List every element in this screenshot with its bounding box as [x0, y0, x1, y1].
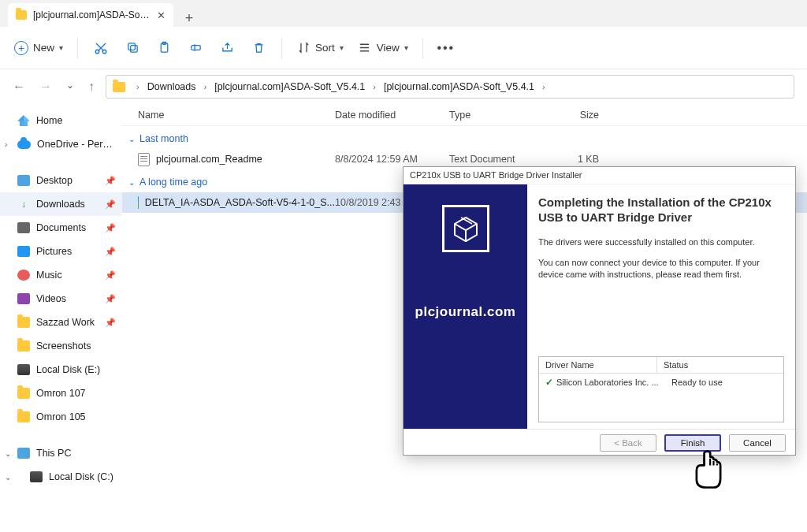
cut-button[interactable]: [92, 41, 110, 55]
svg-rect-2: [130, 46, 137, 52]
pic-icon: [17, 246, 30, 257]
sidebar-item[interactable]: ›OneDrive - Personal: [0, 132, 122, 156]
breadcrumb-segment[interactable]: [plcjournal.com]ASDA-Soft_V5.4.1: [384, 81, 534, 92]
chevron-right-icon: ⌄: [5, 449, 11, 458]
col-date[interactable]: Date modified: [335, 110, 449, 121]
file-name: DELTA_IA-ASDA_ASDA-Soft-V5-4-1-0_S...: [145, 197, 335, 208]
sidebar-label: Sazzad Work: [36, 317, 95, 328]
sidebar-label: Local Disk (C:): [49, 471, 113, 482]
sort-button[interactable]: Sort ▾: [296, 41, 344, 55]
pin-icon: 📌: [105, 223, 116, 233]
drive-icon: [30, 471, 43, 482]
check-icon: ✓: [545, 377, 553, 388]
dl-icon: ↓: [17, 199, 30, 210]
share-icon: [220, 41, 234, 55]
sidebar-item[interactable]: Home: [0, 109, 122, 132]
file-date: 8/8/2024 12:59 AM: [335, 154, 449, 165]
driver-name-cell: Silicon Laboratories Inc. ...: [556, 378, 668, 387]
sidebar-label: Pictures: [36, 246, 72, 257]
txt-file-icon: [138, 153, 150, 166]
sidebar-item[interactable]: Local Disk (E:): [0, 358, 122, 381]
folder-icon: [17, 388, 30, 399]
plus-circle-icon: +: [14, 41, 28, 55]
dialog-sidebar: plcjournal.com: [404, 184, 527, 429]
copy-button[interactable]: [124, 41, 141, 55]
breadcrumb-segment[interactable]: Downloads: [147, 81, 196, 92]
view-button[interactable]: View ▾: [358, 41, 408, 55]
sidebar-item[interactable]: ⌄Local Disk (C:): [0, 465, 122, 489]
chevron-right-icon: ›: [370, 82, 379, 91]
col-type[interactable]: Type: [449, 110, 544, 121]
sidebar-item[interactable]: Omron 105: [0, 405, 122, 429]
delete-button[interactable]: [250, 41, 267, 55]
breadcrumb[interactable]: › Downloads › [plcjournal.com]ASDA-Soft_…: [106, 75, 794, 99]
new-button[interactable]: + New ▾: [14, 41, 63, 55]
rename-icon: [188, 41, 203, 55]
sidebar-item[interactable]: Omron 107: [0, 381, 122, 405]
cloud-icon: [17, 140, 31, 149]
clipboard-icon: [157, 41, 171, 55]
paste-button[interactable]: [155, 41, 173, 55]
sidebar-item[interactable]: Pictures📌: [0, 240, 122, 263]
view-label: View: [377, 42, 400, 54]
installer-icon: [442, 205, 489, 252]
breadcrumb-segment[interactable]: [plcjournal.com]ASDA-Soft_V5.4.1: [214, 81, 365, 92]
cancel-button[interactable]: Cancel: [729, 434, 786, 452]
dialog-buttons: < Back Finish Cancel: [404, 429, 795, 456]
folder-icon: [17, 340, 30, 352]
tab-title: [plcjournal.com]ASDA-Soft_V5: [33, 9, 151, 20]
svg-rect-3: [128, 43, 135, 50]
sidebar-label: Home: [36, 115, 62, 126]
installer-dialog: CP210x USB to UART Bridge Driver Install…: [403, 166, 796, 456]
sidebar-label: Screenshots: [36, 340, 91, 352]
up-button[interactable]: ↑: [88, 80, 95, 94]
sort-icon: [296, 41, 311, 55]
folder-icon: [17, 317, 30, 328]
new-tab-button[interactable]: +: [173, 10, 205, 27]
pin-icon: 📌: [105, 199, 116, 210]
sidebar-item[interactable]: Music📌: [0, 263, 122, 287]
chevron-down-icon: ▾: [404, 43, 408, 52]
sidebar-item[interactable]: Documents📌: [0, 216, 122, 240]
file-size: 1 KB: [544, 154, 599, 165]
dialog-body: plcjournal.com Completing the Installati…: [404, 184, 795, 429]
driver-col-status: Status: [657, 357, 694, 373]
chevron-down-icon: ⌄: [128, 135, 135, 143]
folder-icon: [16, 10, 27, 20]
finish-button[interactable]: Finish: [664, 434, 721, 452]
history-dropdown[interactable]: ⌄: [66, 80, 74, 94]
dialog-text-1: The drivers were successfully installed …: [538, 236, 784, 248]
pin-icon: 📌: [105, 318, 116, 328]
share-button[interactable]: [218, 41, 236, 55]
forward-button[interactable]: →: [39, 80, 52, 94]
dialog-text-2: You can now connect your device to this …: [538, 257, 784, 281]
sidebar-label: Documents: [36, 222, 86, 233]
sidebar-item[interactable]: Screenshots: [0, 334, 122, 358]
sidebar-item[interactable]: Desktop📌: [0, 169, 122, 192]
separator: [422, 38, 423, 58]
col-name[interactable]: Name: [138, 110, 335, 121]
column-headers: Name Date modified Type Size: [122, 104, 807, 126]
chevron-down-icon: ⌄: [128, 178, 135, 187]
window-tab[interactable]: [plcjournal.com]ASDA-Soft_V5 ✕: [8, 3, 173, 27]
more-button[interactable]: •••: [437, 41, 455, 55]
separator: [77, 38, 78, 58]
driver-table-row: ✓ Silicon Laboratories Inc. ... Ready to…: [539, 374, 783, 391]
back-button[interactable]: ←: [13, 80, 25, 94]
toolbar: + New ▾ Sort ▾: [0, 27, 807, 69]
rename-button[interactable]: [187, 41, 204, 55]
file-name: plcjournal.com_Readme: [156, 154, 262, 165]
nav-arrows: ← → ⌄ ↑: [13, 80, 95, 94]
col-size[interactable]: Size: [544, 110, 599, 121]
tabs-bar: [plcjournal.com]ASDA-Soft_V5 ✕ +: [0, 0, 807, 27]
group-header[interactable]: ⌄Last month: [122, 126, 807, 149]
sidebar-item[interactable]: Videos📌: [0, 287, 122, 311]
sidebar-item[interactable]: Sazzad Work📌: [0, 311, 122, 334]
sidebar-label: Omron 107: [36, 388, 86, 399]
sidebar-label: Music: [36, 270, 62, 281]
sidebar-item[interactable]: ⌄This PC: [0, 441, 122, 465]
separator: [281, 38, 282, 58]
close-tab-icon[interactable]: ✕: [157, 9, 165, 21]
sidebar-item[interactable]: ↓Downloads📌: [0, 192, 122, 216]
home-icon: [17, 115, 30, 126]
